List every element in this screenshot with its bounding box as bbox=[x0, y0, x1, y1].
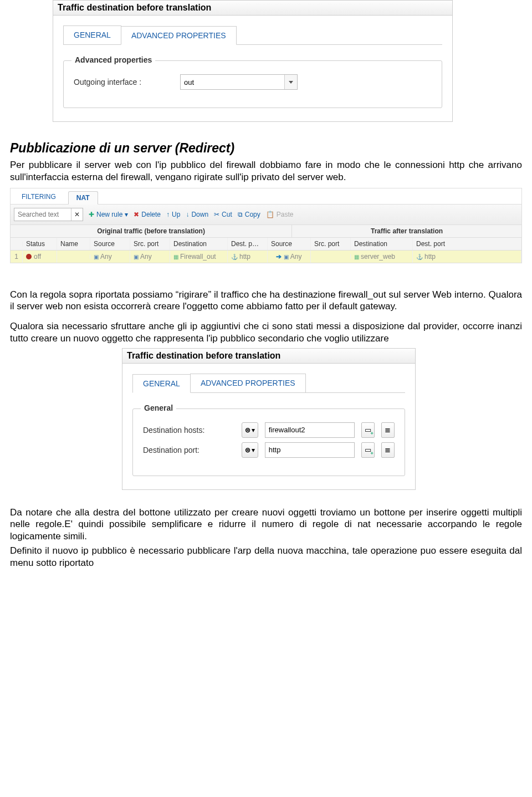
col-dest-port-after[interactable]: Dest. port bbox=[413, 238, 521, 250]
new-rule-button[interactable]: ✚ New rule ▾ bbox=[89, 211, 128, 218]
destination-hosts-input[interactable] bbox=[265, 423, 365, 437]
dialog-title: Traffic destination before translation bbox=[122, 349, 415, 364]
nat-columns-header: Status Name Source Src. port Destination… bbox=[11, 238, 521, 251]
heading-pubblicazione: Pubblicazione di un server (Redirect) bbox=[10, 141, 522, 156]
destination-port-input[interactable] bbox=[265, 443, 365, 457]
search-box[interactable]: ✕ bbox=[14, 208, 83, 221]
fieldset-general: General Destination hosts: ⊜ ▾ ▭ ≣ De bbox=[132, 408, 405, 476]
delete-icon: ✖ bbox=[134, 211, 139, 218]
tab-general[interactable]: GENERAL bbox=[63, 25, 121, 44]
nat-rules-panel: FILTERING NAT ✕ ✚ New rule ▾ ✖ Delete ↑ … bbox=[10, 188, 522, 263]
operator-button[interactable]: ⊜ ▾ bbox=[242, 442, 258, 458]
cell-src-port-after bbox=[311, 254, 351, 259]
delete-button[interactable]: ✖ Delete bbox=[134, 211, 161, 218]
paragraph: Con la regola sopra riportata possiamo “… bbox=[10, 289, 522, 313]
outgoing-interface-select[interactable] bbox=[180, 74, 298, 90]
search-clear-button[interactable]: ✕ bbox=[71, 208, 83, 221]
tab-nat[interactable]: NAT bbox=[68, 191, 98, 205]
copy-button[interactable]: ⧉ Copy bbox=[238, 211, 260, 218]
col-src-port-after[interactable]: Src. port bbox=[311, 238, 351, 250]
multi-object-button[interactable]: ≣ bbox=[381, 422, 395, 438]
close-icon: ✕ bbox=[74, 211, 80, 218]
group-header-original: Original traffic (before translation) bbox=[11, 225, 292, 237]
cell-src-port: ▣Any bbox=[130, 251, 170, 263]
arrow-right-icon: ➔ bbox=[276, 253, 282, 260]
tab-filtering[interactable]: FILTERING bbox=[14, 191, 64, 204]
table-row[interactable]: 1 off ▣Any ▣Any ▦Firewall_out ⚓http ➔ ▣A… bbox=[11, 251, 521, 263]
add-object-button[interactable]: ▭ bbox=[361, 422, 375, 438]
list-icon: ≣ bbox=[385, 426, 391, 434]
col-status[interactable]: Status bbox=[23, 238, 57, 250]
add-object-button[interactable]: ▭ bbox=[361, 442, 375, 458]
col-name[interactable]: Name bbox=[57, 238, 90, 250]
paragraph: Da notare che alla destra del bottone ut… bbox=[10, 507, 522, 543]
paragraph: Per pubblicare il server web con l'ip pu… bbox=[10, 159, 522, 183]
outgoing-interface-dropdown-button[interactable] bbox=[284, 75, 297, 89]
destination-port-select[interactable] bbox=[265, 442, 355, 458]
host-icon: ▣ bbox=[284, 254, 289, 260]
nat-tabstrip: FILTERING NAT bbox=[11, 188, 521, 205]
col-destination[interactable]: Destination bbox=[170, 238, 228, 250]
paragraph: Qualora sia necessario sfruttare anche g… bbox=[10, 320, 522, 345]
cell-status: off bbox=[23, 251, 57, 263]
status-off-icon bbox=[26, 254, 32, 259]
equals-icon: ⊜ bbox=[245, 447, 250, 453]
tab-advanced-properties[interactable]: ADVANCED PROPERTIES bbox=[121, 26, 237, 45]
down-button[interactable]: ↓ Down bbox=[186, 211, 208, 218]
paste-label: Paste bbox=[277, 211, 294, 218]
arrow-up-icon: ↑ bbox=[166, 211, 170, 218]
label-destination-port: Destination port: bbox=[143, 446, 235, 454]
object-add-icon: ▭ bbox=[365, 426, 371, 434]
cell-dest-port: ⚓http bbox=[228, 251, 268, 263]
up-button[interactable]: ↑ Up bbox=[166, 211, 180, 218]
destination-hosts-select[interactable] bbox=[265, 422, 355, 438]
col-source[interactable]: Source bbox=[90, 238, 130, 250]
arrow-down-icon: ↓ bbox=[186, 211, 189, 218]
group-header-after: Traffic after translation bbox=[292, 225, 521, 237]
scissors-icon: ✂ bbox=[214, 211, 219, 218]
chevron-down-icon: ▾ bbox=[252, 447, 255, 453]
tab-advanced-properties[interactable]: ADVANCED PROPERTIES bbox=[190, 374, 306, 392]
port-icon: ⚓ bbox=[416, 254, 423, 260]
col-destination-after[interactable]: Destination bbox=[351, 238, 413, 250]
dialog-tabs: GENERAL ADVANCED PROPERTIES bbox=[132, 374, 405, 393]
nat-group-headers: Original traffic (before translation) Tr… bbox=[11, 225, 521, 238]
nat-toolbar: ✕ ✚ New rule ▾ ✖ Delete ↑ Up ↓ Down ✂ Cu… bbox=[11, 205, 521, 225]
tab-general[interactable]: GENERAL bbox=[132, 374, 191, 393]
multi-object-button[interactable]: ≣ bbox=[381, 442, 395, 458]
cell-source: ▣Any bbox=[90, 251, 130, 263]
col-source-after[interactable]: Source bbox=[268, 238, 311, 250]
object-icon: ▦ bbox=[354, 254, 359, 260]
down-label: Down bbox=[191, 211, 208, 218]
fieldset-legend: Advanced properties bbox=[71, 55, 155, 64]
cell-destination-after: ▦server_web bbox=[351, 251, 413, 263]
col-dest-port[interactable]: Dest. p… bbox=[228, 238, 268, 250]
object-add-icon: ▭ bbox=[365, 446, 371, 454]
list-icon: ≣ bbox=[385, 446, 391, 454]
delete-label: Delete bbox=[141, 211, 161, 218]
row-num: 1 bbox=[11, 251, 23, 263]
col-src-port[interactable]: Src. port bbox=[130, 238, 170, 250]
new-rule-label: New rule bbox=[96, 211, 122, 218]
dialog-traffic-destination-advanced: Traffic destination before translation G… bbox=[53, 0, 453, 122]
label-destination-hosts: Destination hosts: bbox=[143, 426, 235, 435]
label-outgoing-interface: Outgoing interface : bbox=[74, 78, 173, 86]
equals-icon: ⊜ bbox=[245, 427, 250, 433]
dialog-title: Traffic destination before translation bbox=[53, 1, 452, 16]
operator-button[interactable]: ⊜ ▾ bbox=[242, 422, 258, 438]
copy-label: Copy bbox=[245, 211, 260, 218]
cut-button[interactable]: ✂ Cut bbox=[214, 211, 232, 218]
cell-name bbox=[57, 254, 90, 259]
host-icon: ▣ bbox=[134, 254, 139, 260]
paste-icon: 📋 bbox=[266, 211, 274, 218]
cell-arrow: ➔ ▣Any bbox=[268, 251, 311, 263]
dialog-tabs: GENERAL ADVANCED PROPERTIES bbox=[63, 25, 442, 45]
dialog-traffic-destination-general: Traffic destination before translation G… bbox=[122, 348, 416, 490]
fieldset-advanced-properties: Advanced properties Outgoing interface : bbox=[63, 60, 442, 108]
copy-icon: ⧉ bbox=[238, 211, 243, 218]
chevron-down-icon: ▾ bbox=[252, 427, 255, 433]
port-icon: ⚓ bbox=[231, 254, 238, 260]
cell-destination: ▦Firewall_out bbox=[170, 251, 228, 263]
search-input[interactable] bbox=[14, 208, 71, 221]
outgoing-interface-input[interactable] bbox=[181, 75, 284, 89]
